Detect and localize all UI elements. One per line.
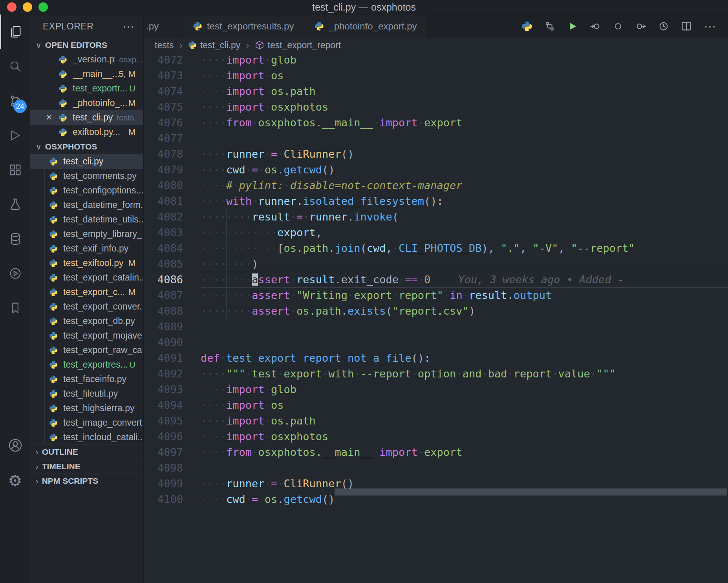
line-number[interactable]: 4072 [144,52,183,68]
horizontal-scrollbar-thumb[interactable] [335,488,727,496]
zoom-window-button[interactable] [38,2,48,12]
debug-step-icon[interactable] [613,21,624,32]
file-tree-item[interactable]: test_datetime_form... [30,198,143,212]
code-line-4072[interactable]: 4072····import·glob [144,52,728,68]
line-number[interactable]: 4096 [144,429,183,445]
line-number[interactable]: 4099 [144,476,183,492]
code-line-4087[interactable]: 4087········assert·"Writing·export·repor… [144,288,728,303]
code-line-4096[interactable]: 4096····import·osxphotos [144,429,728,445]
line-number[interactable]: 4094 [144,397,183,413]
line-number[interactable]: 4084 [144,240,183,256]
file-tree-item[interactable]: test_incloud_catali... [30,430,143,445]
line-number[interactable]: 4090 [144,335,183,350]
folder-section-header[interactable]: ∨ OSXPHOTOS [30,139,143,154]
line-number[interactable]: 4078 [144,146,183,162]
live-share-icon[interactable] [0,256,30,291]
breadcrumb-item[interactable]: test_cli.py [188,40,240,51]
file-tree-item[interactable]: test_exif_info.py [30,241,143,256]
file-tree-item[interactable]: test_datetime_utils.... [30,212,143,227]
section-header-outline[interactable]: ›OUTLINE [30,445,143,459]
code-line-4074[interactable]: 4074····import·os.path [144,84,728,99]
code-line-4080[interactable]: 4080····#·pylint:·disable=not-context-ma… [144,178,728,193]
line-number[interactable]: 4074 [144,84,183,99]
file-tree-item[interactable]: test_configoptions.... [30,183,143,198]
code-line-4073[interactable]: 4073····import·os [144,68,728,84]
code-line-4077[interactable]: 4077 [144,131,728,146]
line-number[interactable]: 4083 [144,225,183,240]
minimize-window-button[interactable] [23,2,32,12]
code-line-4083[interactable]: 4083············export, [144,225,728,240]
file-tree-item[interactable]: test_export_db.py [30,314,143,328]
line-number[interactable]: 4073 [144,68,183,84]
code-line-4093[interactable]: 4093····import·glob [144,382,728,397]
line-number[interactable]: 4095 [144,413,183,429]
code-line-4086[interactable]: 4086········assert·result.exit_code·==·0… [144,272,728,288]
file-tree-item[interactable]: test_cli.py [30,154,143,169]
open-editor-item[interactable]: test_exportr...U [30,81,143,96]
code-line-4076[interactable]: 4076····from·osxphotos.__main__·import·e… [144,115,728,131]
more-actions-icon[interactable]: ⋯ [704,20,716,33]
code-line-4079[interactable]: 4079····cwd·=·os.getcwd() [144,162,728,178]
code-line-4078[interactable]: 4078····runner·=·CliRunner() [144,146,728,162]
line-number[interactable]: 4091 [144,350,183,366]
code-line-4084[interactable]: 4084············[os.path.join(cwd,·CLI_P… [144,240,728,256]
line-number[interactable]: 4097 [144,445,183,460]
code-line-4098[interactable]: 4098 [144,460,728,476]
editor-tab[interactable]: test_exportresults.py [183,15,304,38]
code-line-4085[interactable]: 4085········) [144,256,728,272]
line-number[interactable]: 4089 [144,319,183,335]
file-tree-item[interactable]: test_empty_library_... [30,227,143,241]
explorer-more-actions-icon[interactable]: ⋯ [123,20,135,33]
compare-changes-icon[interactable] [544,21,555,32]
file-tree-item[interactable]: test_export_c...M [30,285,143,299]
open-editors-header[interactable]: ∨ OPEN EDITORS [30,38,143,52]
breadcrumb-item[interactable]: test_export_report [255,40,341,51]
account-icon[interactable] [0,428,30,463]
code-line-4091[interactable]: 4091def·test_export_report_not_a_file(): [144,350,728,366]
close-window-button[interactable] [7,2,16,12]
breadcrumb-item[interactable]: tests [155,40,174,51]
open-editor-item[interactable]: _photoinfo_...M [30,96,143,110]
line-number[interactable]: 4081 [144,193,183,209]
run-python-file-icon[interactable] [567,21,578,32]
section-header-npm-scripts[interactable]: ›NPM SCRIPTS [30,474,143,488]
code-line-4081[interactable]: 4081····with·runner.isolated_filesystem(… [144,193,728,209]
file-tree-item[interactable]: test_export_raw_ca... [30,343,143,357]
file-tree-item[interactable]: test_export_mojave... [30,328,143,343]
code-line-4092[interactable]: 4092····"""·test·export·with·--report·op… [144,366,728,382]
file-tree-item[interactable]: test_fileutil.py [30,386,143,401]
file-tree-item[interactable]: test_highsierra.py [30,401,143,415]
code-line-4089[interactable]: 4089 [144,319,728,335]
line-number[interactable]: 4085 [144,256,183,272]
run-debug-icon[interactable] [0,118,30,153]
code-line-4090[interactable]: 4090 [144,335,728,350]
file-tree-item[interactable]: test_comments.py [30,169,143,183]
explorer-icon[interactable] [0,15,30,49]
code-line-4082[interactable]: 4082········result·=·runner.invoke( [144,209,728,225]
line-number[interactable]: 4088 [144,303,183,319]
close-icon[interactable]: × [46,112,59,123]
extensions-icon[interactable] [0,153,30,187]
split-editor-icon[interactable] [681,21,692,32]
search-icon[interactable] [0,49,30,84]
debug-step-into-icon[interactable] [590,21,601,32]
section-header-timeline[interactable]: ›TIMELINE [30,459,143,474]
profile-icon[interactable] [658,21,669,32]
line-number[interactable]: 4079 [144,162,183,178]
editor-tab[interactable]: _photoinfo_export.py [304,15,427,38]
code-line-4075[interactable]: 4075····import·osxphotos [144,99,728,115]
debug-step-out-icon[interactable] [635,21,646,32]
line-number[interactable]: 4086 [144,272,183,288]
line-number[interactable]: 4100 [144,492,183,507]
file-tree-item[interactable]: test_exportres...U [30,357,143,372]
bookmarks-icon[interactable] [0,291,30,325]
code-line-4088[interactable]: 4088········assert·os.path.exists("repor… [144,303,728,319]
line-number[interactable]: 4082 [144,209,183,225]
code-line-4095[interactable]: 4095····import·os.path [144,413,728,429]
open-editor-item[interactable]: __main__...5, M [30,67,143,81]
python-logo-icon[interactable] [521,21,532,32]
source-control-icon[interactable]: 24 [0,84,30,118]
line-number[interactable]: 4092 [144,366,183,382]
open-editor-item[interactable]: exiftool.py...M [30,125,143,139]
line-number[interactable]: 4080 [144,178,183,193]
